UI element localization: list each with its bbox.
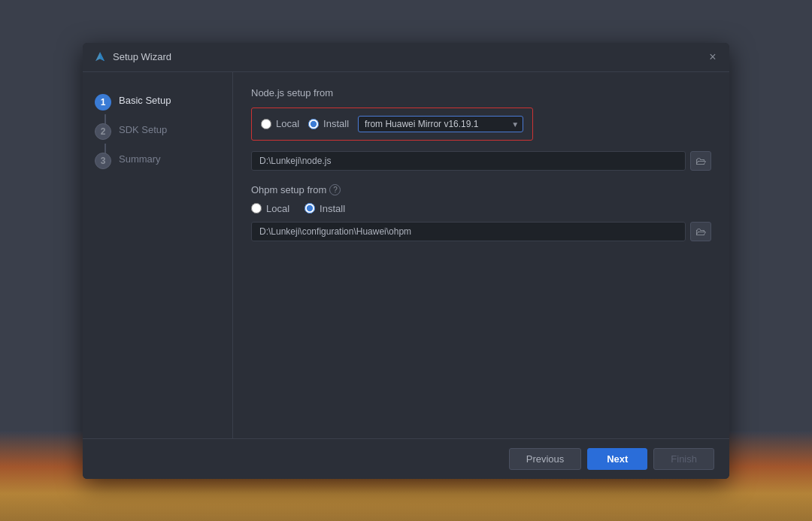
step-2-circle: 2: [95, 123, 111, 140]
ohpm-path-input[interactable]: [251, 222, 686, 241]
ohpm-section: Ohpm setup from ? Local Install: [251, 184, 711, 241]
ohpm-install-label: Install: [320, 203, 345, 214]
ohpm-local-radio[interactable]: [251, 203, 262, 214]
nodejs-local-radio[interactable]: [261, 119, 271, 129]
nodejs-browse-button[interactable]: 🗁: [690, 151, 711, 171]
sidebar-item-basic-setup[interactable]: 1 Basic Setup: [83, 87, 232, 117]
nodejs-local-label: Local: [276, 118, 299, 129]
folder-icon: 🗁: [695, 226, 706, 238]
nodejs-install-radio[interactable]: [308, 119, 319, 129]
ohpm-path-row: 🗁: [251, 222, 711, 241]
content-panel: Node.js setup from Local Install: [233, 72, 729, 438]
step-1-label: Basic Setup: [119, 93, 171, 106]
nodejs-setup-highlight-box: Local Install from Huawei Mirror v16.19.…: [251, 108, 533, 141]
nodejs-section-title: Node.js setup from: [251, 87, 711, 98]
main-content: 1 Basic Setup 2 SDK Setup 3 Summary Node…: [83, 72, 729, 438]
title-bar: Setup Wizard ×: [83, 43, 729, 72]
close-button[interactable]: ×: [707, 51, 719, 63]
step-3-circle: 3: [95, 153, 111, 169]
step-3-label: Summary: [119, 152, 161, 165]
nodejs-local-option[interactable]: Local: [261, 118, 299, 129]
sidebar-item-summary[interactable]: 3 Summary: [83, 146, 232, 175]
ohpm-install-option[interactable]: Install: [304, 203, 345, 214]
nodejs-path-row: 🗁: [251, 151, 711, 171]
setup-wizard-dialog: Setup Wizard × 1 Basic Setup 2 SDK Setup…: [83, 43, 729, 479]
next-button[interactable]: Next: [587, 448, 647, 470]
window-title: Setup Wizard: [113, 51, 707, 62]
ohpm-section-title: Ohpm setup from: [251, 184, 326, 195]
nodejs-path-input[interactable]: [251, 151, 686, 171]
nodejs-mirror-select[interactable]: from Huawei Mirror v16.19.1 from npm Cus…: [358, 116, 523, 132]
bottom-bar: Previous Next Finish: [83, 438, 729, 479]
sidebar: 1 Basic Setup 2 SDK Setup 3 Summary: [83, 72, 233, 438]
ohpm-radio-group: Local Install: [251, 203, 711, 214]
app-logo-icon: [93, 50, 107, 64]
ohpm-local-option[interactable]: Local: [251, 203, 289, 214]
help-icon[interactable]: ?: [329, 184, 341, 195]
finish-button: Finish: [653, 448, 714, 470]
ohpm-local-label: Local: [266, 203, 289, 214]
nodejs-section: Node.js setup from Local Install: [251, 87, 711, 171]
nodejs-install-label: Install: [323, 118, 349, 129]
folder-icon: 🗁: [695, 155, 706, 167]
ohpm-install-radio[interactable]: [304, 203, 315, 214]
nodejs-dropdown-wrapper: from Huawei Mirror v16.19.1 from npm Cus…: [358, 116, 523, 132]
step-1-circle: 1: [95, 94, 111, 111]
ohpm-browse-button[interactable]: 🗁: [690, 222, 711, 241]
nodejs-install-option[interactable]: Install: [308, 118, 349, 129]
previous-button[interactable]: Previous: [509, 448, 582, 470]
sidebar-item-sdk-setup[interactable]: 2 SDK Setup: [83, 117, 232, 146]
step-2-label: SDK Setup: [119, 123, 167, 135]
